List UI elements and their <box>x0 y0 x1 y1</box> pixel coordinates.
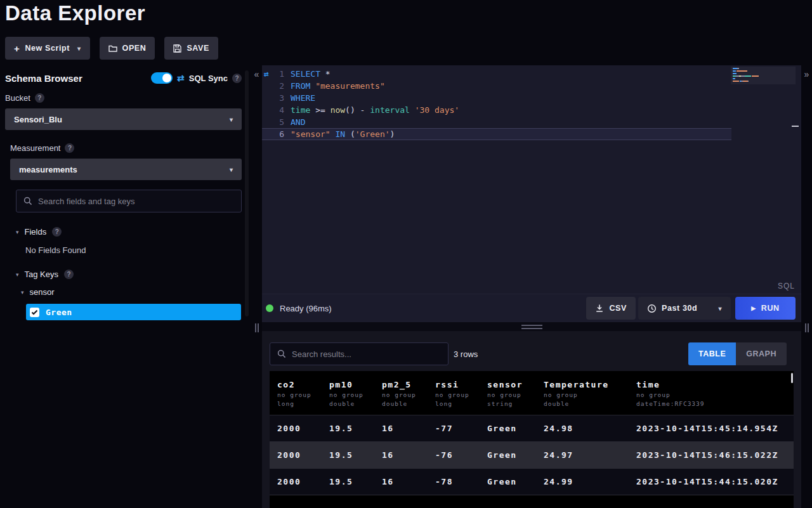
column-header-rssi: rssino grouplong <box>428 371 480 415</box>
results-search-box <box>270 342 449 365</box>
chevron-down-icon: ▾ <box>16 229 19 235</box>
tab-graph[interactable]: GRAPH <box>736 342 787 365</box>
table-row[interactable]: 200019.516-77Green24.982023-10-14T15:45:… <box>270 415 794 442</box>
tag-key-label: sensor <box>30 287 55 297</box>
schema-browser-panel: Schema Browser ⇄ SQL Sync ? Bucket ? Sen… <box>0 65 251 508</box>
minimap-line <box>733 78 794 79</box>
column-header-pm2_5: pm2_5no groupdouble <box>374 371 428 415</box>
status-text: Ready (96ms) <box>280 304 332 313</box>
code-token: "measurements" <box>315 81 385 91</box>
tag-value-green[interactable]: Green <box>26 304 241 320</box>
table-cell: 2023-10-14T15:44:15.020Z <box>629 477 794 486</box>
csv-download-button[interactable]: CSV <box>586 297 636 320</box>
code-line[interactable]: 6"sensor" IN ('Green') <box>262 128 731 140</box>
table-cell: Green <box>480 477 536 486</box>
vertical-drag-handle[interactable] <box>255 323 259 332</box>
schema-search-input[interactable] <box>38 197 234 206</box>
help-icon[interactable]: ? <box>35 93 44 103</box>
line-number: 5 <box>279 117 284 127</box>
time-range-label: Past 30d <box>662 304 697 313</box>
table-row[interactable]: 200019.516-78Green24.992023-10-14T15:44:… <box>270 469 794 495</box>
code-token <box>310 81 315 91</box>
code-text: time >= now() - interval '30 days' <box>291 104 459 116</box>
code-token: ( <box>345 129 355 139</box>
help-icon[interactable]: ? <box>64 270 74 279</box>
table-cell: 2000 <box>270 477 322 486</box>
sql-sync-toggle[interactable] <box>151 72 173 84</box>
vertical-drag-handle[interactable] <box>805 323 809 332</box>
results-table: co2no grouplongpm10no groupdoublepm2_5no… <box>270 371 794 508</box>
table-cell: -76 <box>428 450 480 460</box>
table-cell: -78 <box>428 477 480 486</box>
sidebar-scrollbar[interactable] <box>245 70 249 316</box>
chevron-down-icon: ▾ <box>230 116 233 123</box>
toggle-knob <box>162 74 171 82</box>
column-header-pm10: pm10no groupdouble <box>322 371 374 415</box>
column-header-sensor: sensorno groupstring <box>480 371 536 415</box>
fields-section-header[interactable]: ▾ Fields ? <box>16 227 251 237</box>
new-script-button[interactable]: + New Script ▾ <box>5 37 90 60</box>
line-gutter: ⇄1 <box>262 68 291 80</box>
help-icon[interactable]: ? <box>65 143 74 153</box>
code-token: 'Green' <box>355 129 390 139</box>
save-button[interactable]: SAVE <box>164 37 218 60</box>
tag-keys-section-header[interactable]: ▾ Tag Keys ? <box>16 270 251 279</box>
download-icon <box>595 304 604 313</box>
time-range-dropdown[interactable]: Past 30d ▾ <box>638 297 731 320</box>
code-text: WHERE <box>291 92 315 104</box>
sql-editor[interactable]: ⇄1SELECT *2FROM "measurements"3WHERE4tim… <box>262 65 801 294</box>
table-cell: 16 <box>374 450 428 460</box>
code-token: FROM <box>291 81 310 91</box>
help-icon[interactable]: ? <box>52 227 62 237</box>
collapse-left-icon[interactable]: « <box>251 69 262 79</box>
minimap[interactable] <box>733 68 794 83</box>
open-label: OPEN <box>122 44 147 53</box>
results-panel: 3 rows TABLEGRAPH co2no grouplongpm10no … <box>262 331 801 508</box>
measurement-dropdown[interactable]: measurements ▾ <box>10 159 242 180</box>
code-token: IN <box>335 129 345 139</box>
code-line[interactable]: 2FROM "measurements" <box>262 80 731 92</box>
clock-icon <box>647 304 657 313</box>
checkbox-checked-icon[interactable] <box>30 308 39 317</box>
table-row[interactable]: 200019.516-76Green24.972023-10-14T15:46:… <box>270 442 794 469</box>
line-number: 3 <box>279 93 284 103</box>
minimap-line <box>733 75 794 77</box>
code-line[interactable]: 3WHERE <box>262 92 731 104</box>
sql-sync-gutter-icon: ⇄ <box>264 68 269 80</box>
page-title: Data Explorer <box>5 1 145 25</box>
tag-value-label: Green <box>46 308 72 317</box>
code-token: SELECT <box>291 69 320 79</box>
code-line[interactable]: 4time >= now() - interval '30 days' <box>262 104 731 116</box>
code-token: WHERE <box>291 93 315 103</box>
schema-search-box <box>16 190 242 212</box>
tag-key-sensor[interactable]: ▾ sensor <box>21 287 251 297</box>
search-icon <box>277 349 286 358</box>
table-header: co2no grouplongpm10no groupdoublepm2_5no… <box>270 371 794 415</box>
collapse-right-icon[interactable]: » <box>801 69 812 79</box>
column-header-time: timeno groupdateTime:RFC3339 <box>629 371 794 415</box>
sql-sync-icon: ⇄ <box>177 73 185 83</box>
code-line[interactable]: ⇄1SELECT * <box>262 68 731 80</box>
code-line[interactable]: 5AND <box>262 116 731 128</box>
open-button[interactable]: OPEN <box>100 37 155 60</box>
play-icon: ▶ <box>751 305 756 311</box>
help-icon[interactable]: ? <box>232 74 242 83</box>
code-token: time <box>291 105 310 115</box>
table-cell: -77 <box>428 424 480 433</box>
table-scrollbar[interactable] <box>791 373 793 383</box>
run-button[interactable]: ▶ RUN <box>735 297 796 320</box>
horizontal-splitter[interactable] <box>262 322 801 331</box>
horizontal-drag-handle[interactable] <box>521 325 542 329</box>
minimap-line <box>733 68 794 69</box>
chevron-down-icon: ▾ <box>16 271 19 278</box>
plus-icon: + <box>14 43 20 54</box>
table-cell: 2000 <box>270 450 322 460</box>
schema-browser-title: Schema Browser <box>5 73 82 84</box>
tab-table[interactable]: TABLE <box>688 342 736 365</box>
search-icon <box>23 197 32 205</box>
column-header-Temperature: Temperatureno groupdouble <box>536 371 629 415</box>
results-tabs: TABLEGRAPH <box>688 342 787 365</box>
results-search-input[interactable] <box>292 349 441 359</box>
bucket-dropdown[interactable]: Sensori_Blu ▾ <box>5 108 242 130</box>
line-gutter: 6 <box>262 128 291 140</box>
